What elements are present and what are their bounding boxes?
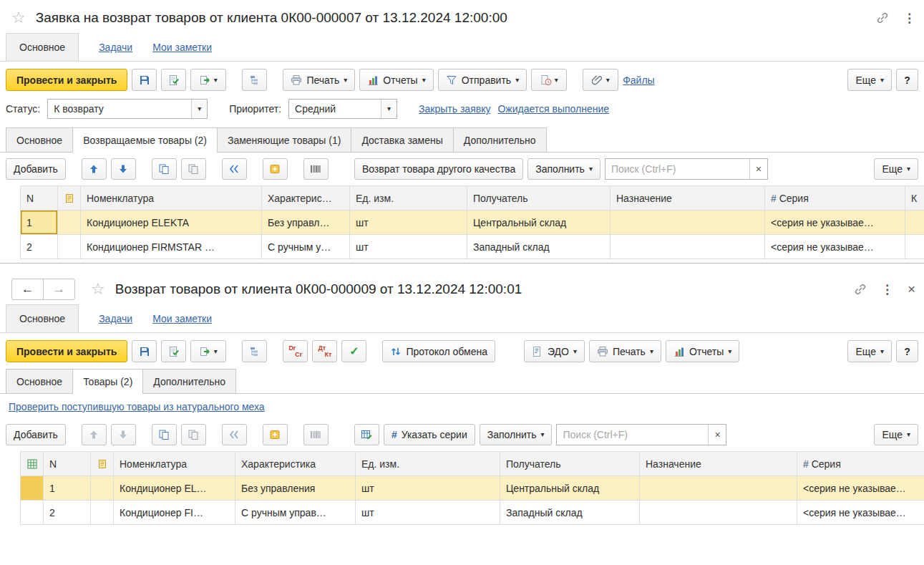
cell-series[interactable]: <серия не указывае… <box>765 235 905 259</box>
paste-row-button[interactable] <box>181 158 206 180</box>
cell-unit[interactable]: шт <box>350 235 467 259</box>
post-and-close-button[interactable]: Провести и закрыть <box>6 340 127 362</box>
search-input[interactable] <box>606 163 749 175</box>
cell-series[interactable]: <серия не указывае… <box>765 211 905 235</box>
clear-search-button[interactable]: × <box>749 159 767 179</box>
add-row-button[interactable]: Добавить <box>6 158 66 180</box>
copy-link-icon[interactable] <box>854 283 867 296</box>
copy-row-button[interactable] <box>152 424 177 445</box>
cell-series[interactable]: <серия не указывае… <box>797 501 924 525</box>
nav-tab-main[interactable]: Основное <box>6 304 79 332</box>
move-up-button[interactable] <box>82 158 107 180</box>
search-input[interactable] <box>557 429 708 440</box>
pending-execution-link[interactable]: Ожидается выполнение <box>497 103 609 115</box>
cell-series[interactable]: <серия не указывае… <box>797 476 924 501</box>
cell-nomenclature[interactable]: Кондиционер EL… <box>114 476 235 501</box>
subordination-structure-button[interactable] <box>242 69 267 91</box>
nav-link-tasks[interactable]: Задачи <box>99 313 132 324</box>
send-button[interactable]: Отправить ▾ <box>438 69 527 91</box>
cell-row-icon[interactable] <box>58 235 81 259</box>
move-up-button[interactable] <box>82 424 107 445</box>
cell-characteristic[interactable]: Без управл… <box>262 211 350 235</box>
table-row[interactable]: 1 Кондиционер ELEKTA Без управл… шт Цент… <box>21 211 924 235</box>
more-button[interactable]: Еще ▾ <box>847 69 892 91</box>
cell-characteristic[interactable]: С ручным у… <box>262 235 350 259</box>
favorite-star-icon[interactable]: ☆ <box>11 10 26 26</box>
attachments-button[interactable]: ▾ <box>583 69 618 91</box>
cell-num[interactable]: 1 <box>21 211 58 235</box>
tab-additional[interactable]: Дополнительно <box>142 369 236 393</box>
table-row[interactable]: 2 Кондиционер FIRMSTAR … С ручным у… шт … <box>21 235 924 259</box>
tab-additional[interactable]: Дополнительно <box>453 127 547 152</box>
nav-link-notes[interactable]: Мои заметки <box>152 42 212 53</box>
cell-selection[interactable] <box>21 501 44 525</box>
cell-nomenclature[interactable]: Кондиционер FI… <box>114 501 235 525</box>
cell-num[interactable]: 1 <box>44 476 91 501</box>
cell-nomenclature[interactable]: Кондиционер ELEKTA <box>81 211 262 235</box>
files-link[interactable]: Файлы <box>623 74 654 86</box>
more-actions-icon[interactable]: ⋮ <box>903 11 915 26</box>
edit-series-table-button[interactable] <box>354 424 379 445</box>
status-caret-icon[interactable]: ▾ <box>191 100 207 118</box>
create-based-on-button[interactable]: ▾ <box>190 69 226 91</box>
print-button[interactable]: Печать ▾ <box>589 340 661 362</box>
cell-receiver[interactable]: Западный склад <box>500 501 640 525</box>
table-row[interactable]: 1 Кондиционер EL… Без управления шт Цент… <box>21 476 924 501</box>
copy-link-icon[interactable] <box>876 11 889 24</box>
status-select[interactable]: К возврату ▾ <box>47 99 208 119</box>
help-button[interactable]: ? <box>896 69 918 91</box>
post-and-close-button[interactable]: Провести и закрыть <box>6 69 127 91</box>
provision-button[interactable] <box>263 158 288 180</box>
cell-characteristic[interactable]: С ручным управ… <box>235 501 356 525</box>
edo-button[interactable]: ЭДО ▾ <box>524 340 585 362</box>
move-down-button[interactable] <box>111 158 136 180</box>
dr-cr-register-button[interactable]: Dr Cr <box>283 340 308 362</box>
split-arrows-button[interactable] <box>222 424 247 445</box>
save-button[interactable] <box>132 69 157 91</box>
cell-cut[interactable] <box>905 235 924 259</box>
cell-receiver[interactable]: Центральный склад <box>500 476 640 501</box>
cell-row-icon[interactable] <box>91 476 114 501</box>
reports-button[interactable]: Отчеты ▾ <box>359 69 433 91</box>
nav-tab-main[interactable]: Основное <box>6 33 79 61</box>
exchange-protocol-button[interactable]: Протокол обмена <box>382 340 495 362</box>
cell-unit[interactable]: шт <box>356 476 500 501</box>
tab-main[interactable]: Основное <box>6 127 73 152</box>
cell-num[interactable]: 2 <box>44 501 91 525</box>
priority-caret-icon[interactable]: ▾ <box>381 100 397 118</box>
tab-returnable-goods[interactable]: Возвращаемые товары (2) <box>72 127 218 152</box>
priority-select[interactable]: Средний ▾ <box>288 99 397 119</box>
clear-search-button[interactable]: × <box>708 425 726 445</box>
cell-receiver[interactable]: Западный склад <box>467 235 611 259</box>
more-actions-icon[interactable]: ⋮ <box>881 282 893 297</box>
post-document-button[interactable] <box>161 69 186 91</box>
back-button[interactable]: ← <box>11 279 44 300</box>
reminder-button[interactable]: ▾ <box>531 69 567 91</box>
grid-more-button[interactable]: Еще ▾ <box>874 158 918 180</box>
post-document-button[interactable] <box>161 340 186 362</box>
add-row-button[interactable]: Добавить <box>6 424 66 445</box>
cell-characteristic[interactable]: Без управления <box>235 476 356 501</box>
barcode-scan-button[interactable] <box>303 424 329 445</box>
more-button[interactable]: Еще ▾ <box>847 340 892 362</box>
cell-selection[interactable] <box>21 476 44 501</box>
cell-receiver[interactable]: Центральный склад <box>467 211 611 235</box>
nav-link-tasks[interactable]: Задачи <box>99 42 132 53</box>
cell-nomenclature[interactable]: Кондиционер FIRMSTAR … <box>81 235 262 259</box>
forward-button[interactable]: → <box>43 279 75 300</box>
cell-unit[interactable]: шт <box>350 211 467 235</box>
cell-row-icon[interactable] <box>58 211 81 235</box>
subordination-structure-button[interactable] <box>242 340 267 362</box>
barcode-scan-button[interactable] <box>303 158 329 180</box>
provision-button[interactable] <box>263 424 288 445</box>
close-request-link[interactable]: Закрыть заявку <box>419 103 490 115</box>
cell-purpose[interactable] <box>611 235 765 259</box>
table-row[interactable]: 2 Кондиционер FI… С ручным управ… шт Зап… <box>21 501 924 525</box>
return-other-quality-button[interactable]: Возврат товара другого качества <box>354 158 523 180</box>
fill-dropdown-button[interactable]: Заполнить ▾ <box>527 158 600 180</box>
cell-cut[interactable] <box>905 211 924 235</box>
tab-goods[interactable]: Товары (2) <box>72 369 143 393</box>
copy-row-button[interactable] <box>152 158 177 180</box>
paste-row-button[interactable] <box>181 424 206 445</box>
cell-purpose[interactable] <box>640 501 797 525</box>
